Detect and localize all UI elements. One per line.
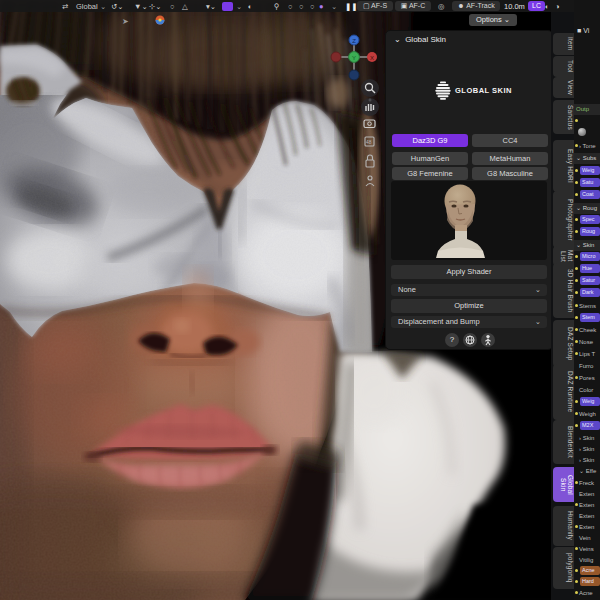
- svg-text:➤: ➤: [122, 17, 129, 26]
- svg-text:48: 48: [366, 139, 372, 145]
- svg-text:Y: Y: [352, 55, 356, 61]
- svg-text:GLOBAL SKIN: GLOBAL SKIN: [455, 86, 512, 95]
- svg-text:Z: Z: [352, 38, 356, 44]
- svg-text:X: X: [370, 55, 374, 61]
